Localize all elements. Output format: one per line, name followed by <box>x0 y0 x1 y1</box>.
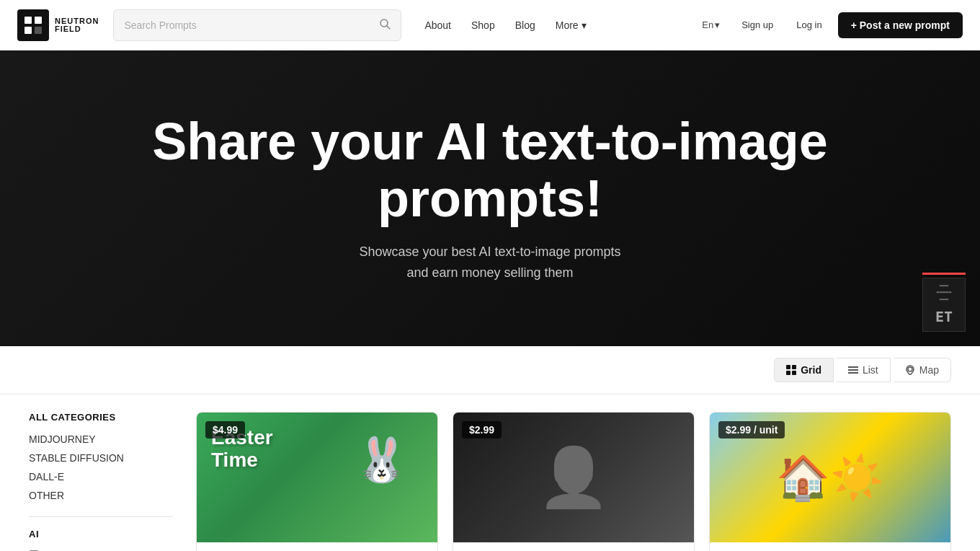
card-image-wrap-portrait: 👤 $2.99 <box>453 413 694 542</box>
hero-title: Share your AI text-to-image prompts! <box>152 113 828 227</box>
sidebar-item-dall-e[interactable]: DALL-E <box>29 467 173 486</box>
deco-line <box>922 273 966 275</box>
card-image-wrap-paper: 🏠☀️ $2.99 / unit <box>710 413 950 542</box>
card-body-easter: Easter Animal Cutout Craft Art luokeshen… <box>197 542 437 551</box>
post-prompt-button[interactable]: + Post a new prompt <box>838 12 963 38</box>
nav-blog[interactable]: Blog <box>507 15 544 35</box>
sidebar-item-midjourney[interactable]: MIDJOURNEY <box>29 430 173 449</box>
chevron-down-icon: ▾ <box>715 19 720 30</box>
sidebar-item-stable-diffusion[interactable]: STABLE DIFFUSION <box>29 449 173 467</box>
map-icon <box>905 365 915 375</box>
card-price-paper: $2.99 / unit <box>718 421 785 438</box>
svg-point-13 <box>908 367 912 371</box>
hero-decoration: ▬▬▬▬▬▬▬▬▬▬▬ ET <box>894 50 980 346</box>
svg-rect-0 <box>24 17 32 24</box>
navbar: NEUTRON FIELD About Shop Blog More ▾ En … <box>0 0 980 50</box>
nav-links: About Shop Blog More ▾ <box>416 15 594 35</box>
sidebar-divider <box>29 516 173 517</box>
sidebar-checkbox-dall-e[interactable]: DALL-E <box>29 547 173 551</box>
hero-content: Share your AI text-to-image prompts! Sho… <box>152 113 828 283</box>
svg-rect-9 <box>792 371 796 375</box>
list-icon <box>848 365 858 375</box>
sidebar-item-other[interactable]: OTHER <box>29 486 173 505</box>
svg-rect-7 <box>792 365 796 369</box>
svg-line-5 <box>387 26 390 29</box>
card-body-paper: Multi Dimensional Paper Cut Crafts Aisag… <box>710 542 950 551</box>
card-image-wrap-easter: EasterTime 🐰 $4.99 <box>197 413 437 542</box>
grid-view-button[interactable]: Grid <box>774 358 834 382</box>
card-body-portrait: Character Portrait Avatars Eko Leon <box>453 542 694 551</box>
categories-title: ALL CATEGORIES <box>29 412 173 423</box>
deco-box: ▬▬▬▬▬▬▬▬▬▬▬ ET <box>922 278 966 332</box>
svg-rect-2 <box>24 27 32 34</box>
grid-icon <box>786 365 796 375</box>
map-view-button[interactable]: Map <box>894 358 951 382</box>
nav-right: En ▾ Sign up Log in + Post a new prompt <box>696 12 963 38</box>
card-price-portrait: $2.99 <box>462 421 502 438</box>
chevron-down-icon: ▾ <box>582 19 587 31</box>
language-selector[interactable]: En ▾ <box>696 15 726 35</box>
hero-section: Share your AI text-to-image prompts! Sho… <box>0 50 980 346</box>
bunny-decoration: 🐰 <box>355 434 409 485</box>
card-paper[interactable]: 🏠☀️ $2.99 / unit Multi Dimensional Paper… <box>709 412 951 551</box>
ai-title: AI <box>29 529 173 539</box>
svg-rect-6 <box>786 365 790 369</box>
sidebar: ALL CATEGORIES MIDJOURNEY STABLE DIFFUSI… <box>29 412 173 551</box>
svg-rect-1 <box>35 17 42 24</box>
logo-text: NEUTRON FIELD <box>55 17 99 33</box>
logo[interactable]: NEUTRON FIELD <box>17 9 99 41</box>
svg-rect-3 <box>35 27 42 34</box>
card-easter[interactable]: EasterTime 🐰 $4.99 Easter Animal Cutout … <box>196 412 438 551</box>
search-bar[interactable] <box>113 9 401 41</box>
card-price-easter: $4.99 <box>205 421 245 438</box>
logo-bottom: FIELD <box>55 25 99 33</box>
hero-subtitle: Showcase your best AI text-to-image prom… <box>152 242 828 283</box>
svg-rect-8 <box>786 371 790 375</box>
view-toolbar: Grid List Map <box>0 346 980 394</box>
nav-more[interactable]: More ▾ <box>547 15 595 35</box>
search-button[interactable] <box>379 18 391 32</box>
log-in-button[interactable]: Log in <box>789 15 829 35</box>
cards-grid: EasterTime 🐰 $4.99 Easter Animal Cutout … <box>196 412 951 551</box>
nav-about[interactable]: About <box>416 15 460 35</box>
main-content: ALL CATEGORIES MIDJOURNEY STABLE DIFFUSI… <box>0 394 980 551</box>
logo-icon <box>17 9 49 41</box>
card-portrait[interactable]: 👤 $2.99 Character Portrait Avatars Eko L… <box>453 412 695 551</box>
logo-top: NEUTRON <box>55 17 99 25</box>
sign-up-button[interactable]: Sign up <box>734 15 780 35</box>
nav-shop[interactable]: Shop <box>463 15 504 35</box>
search-input[interactable] <box>124 19 379 31</box>
list-view-button[interactable]: List <box>837 358 891 382</box>
